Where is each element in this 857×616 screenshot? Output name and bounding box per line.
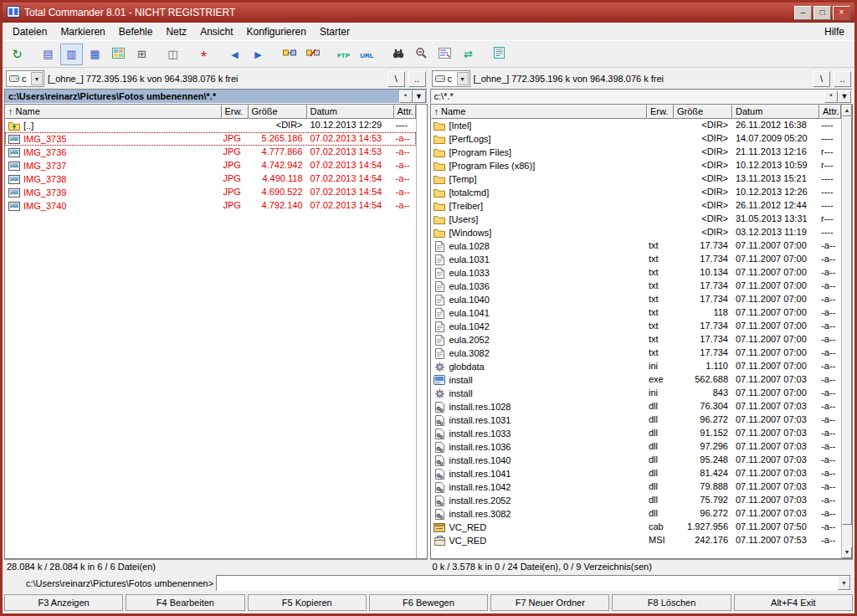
column-header-ext[interactable]: Erw. [222,105,249,119]
ftp-new-button[interactable]: FTP [332,44,355,65]
right-history-button[interactable]: ▼ [838,90,851,103]
ftp-disconnect-button[interactable] [301,44,324,65]
column-header-date[interactable]: Datum [307,105,394,119]
file-row[interactable]: install.res.1042dll79.88807.11.2007 07:0… [431,480,842,494]
column-header-attr[interactable]: Attr. [819,105,841,119]
maximize-button[interactable]: □ [813,6,831,20]
right-favorites-button[interactable]: * [824,90,838,103]
scrollbar-thumb[interactable] [842,116,852,525]
file-row[interactable]: [Intel]<DIR>26.11.2012 16:38---- [431,119,842,132]
column-header-size[interactable]: Größe [674,105,732,119]
left-parent-dir-button[interactable]: .. [408,71,426,87]
file-row[interactable]: install.res.1040dll95.24807.11.2007 07:0… [431,454,842,467]
chevron-down-icon[interactable]: ▼ [31,72,43,85]
file-row[interactable]: eula.1041txt11807.11.2007 07:00-a-- [431,306,842,320]
ftp-connect-button[interactable] [278,44,300,65]
command-history-dropdown[interactable]: ▼ [838,576,850,590]
file-row[interactable]: [PerfLogs]<DIR>14.07.2009 05:20---- [431,132,842,146]
file-row[interactable]: [Treiber]<DIR>26.11.2012 12:44---- [431,199,842,213]
title-bar[interactable]: Total Commander 8.01 - NICHT REGISTRIERT… [3,3,854,23]
menu-item-markieren[interactable]: Markieren [54,24,111,39]
favorites-star-button[interactable]: * [192,44,215,65]
fn-f4-button[interactable]: F4 Bearbeiten [126,594,244,611]
view-tree-button[interactable]: ⊞ [131,44,153,65]
menu-item-netz[interactable]: Netz [159,24,193,39]
file-row[interactable]: eula.1042txt17.73407.11.2007 07:00-a-- [431,320,842,333]
multi-rename-button[interactable] [434,44,456,65]
view-brief-button[interactable]: ▤ [37,44,59,65]
file-row[interactable]: IMG_3735JPG5.265.18607.02.2013 14:53-a-- [5,132,416,146]
column-header-name[interactable]: ↑ Name [431,105,648,119]
view-thumbnails-button[interactable] [107,44,130,65]
file-row[interactable]: install.res.1041dll81.42407.11.2007 07:0… [431,467,842,480]
file-row[interactable]: installini84307.11.2007 07:00-a-- [431,387,842,400]
column-header-name[interactable]: ↑ Name [5,105,222,119]
file-row[interactable]: [totalcmd]<DIR>10.12.2013 12:26---- [431,186,842,199]
fn-f7-button[interactable]: F7 Neuer Ordner [490,594,609,611]
file-row[interactable]: VC_REDMSI242.17607.11.2007 07:53-a-- [431,534,842,547]
file-row[interactable]: globdataini1.11007.11.2007 07:00-a-- [431,360,842,373]
left-root-dir-button[interactable]: \ [387,71,405,87]
menu-item-befehle[interactable]: Befehle [112,24,160,39]
right-path-bar[interactable]: c:\*.* * ▼ [430,89,854,104]
file-row[interactable]: installexe562.68807.11.2007 07:03-a-- [431,373,842,387]
file-row[interactable]: IMG_3739JPG4.690.52207.02.2013 14:54-a-- [5,186,416,199]
file-row[interactable]: eula.3082txt17.73407.11.2007 07:00-a-- [431,346,842,360]
view-full-button[interactable]: ▥ [60,44,83,65]
url-download-button[interactable]: URL [356,44,378,65]
file-row[interactable]: [Temp]<DIR>13.11.2013 15:21---- [431,172,842,186]
file-row[interactable]: IMG_3737JPG4.742.94207.02.2013 14:54-a-- [5,159,416,172]
file-row[interactable]: IMG_3736JPG4.777.86607.02.2013 14:53-a-- [5,146,416,159]
file-row[interactable]: eula.1040txt17.73407.11.2007 07:00-a-- [431,293,842,306]
menu-item-hilfe[interactable]: Hilfe [818,24,851,39]
file-row[interactable]: install.res.2052dll75.79207.11.2007 07:0… [431,494,842,507]
file-row[interactable]: [Users]<DIR>31.05.2013 13:31r--- [431,213,842,226]
column-header-size[interactable]: Größe [249,105,307,119]
scrollbar-down-button[interactable]: ▼ [842,547,852,558]
chevron-down-icon[interactable]: ▼ [457,72,469,85]
file-row[interactable]: eula.1036txt17.73407.11.2007 07:00-a-- [431,280,842,293]
file-row[interactable]: install.res.3082dll96.27207.11.2007 07:0… [431,507,842,521]
menu-item-ansicht[interactable]: Ansicht [193,24,239,39]
left-path-bar[interactable]: c:\Users\reinarz\Pictures\Fotos umbenenn… [4,89,428,104]
file-row[interactable]: [Program Files]<DIR>21.11.2013 12:16r--- [431,146,842,159]
compare-button[interactable] [410,44,433,65]
forward-button[interactable]: ▶ [247,44,269,65]
menu-item-dateien[interactable]: Dateien [6,24,54,39]
file-row[interactable]: [Program Files (x86)]<DIR>10.12.2013 10:… [431,159,842,172]
column-header-date[interactable]: Datum [732,105,819,119]
fn-f5-button[interactable]: F5 Kopieren [248,594,367,611]
close-button[interactable]: × [833,6,850,20]
fn-alt-f4-button[interactable]: Alt+F4 Exit [734,594,853,611]
search-button[interactable] [387,44,409,65]
minimize-button[interactable]: – [794,6,812,20]
command-input[interactable] [217,576,838,590]
file-row[interactable]: install.res.1033dll91.15207.11.2007 07:0… [431,427,842,440]
fn-f3-button[interactable]: F3 Anzeigen [4,594,123,611]
file-row[interactable]: eula.2052txt17.73407.11.2007 07:00-a-- [431,333,842,346]
right-scrollbar[interactable]: ▲ ▼ [841,105,852,558]
file-row[interactable]: eula.1028txt17.73407.11.2007 07:00-a-- [431,239,842,253]
sync-dirs-button[interactable]: ⇄ [457,44,480,65]
column-header-ext[interactable]: Erw. [647,105,674,119]
file-row[interactable]: eula.1031txt17.73407.11.2007 07:00-a-- [431,253,842,266]
file-row[interactable]: install.res.1036dll97.29607.11.2007 07:0… [431,440,842,454]
left-history-button[interactable]: ▼ [413,90,426,103]
file-row[interactable]: [..]<DIR>10.12.2013 12:29---- [5,119,416,132]
fn-f8-button[interactable]: F8 Löschen [612,594,731,611]
menu-item-starter[interactable]: Starter [313,24,357,39]
editor-button[interactable] [488,44,511,65]
left-scrollbar[interactable] [416,105,427,558]
scrollbar-up-button[interactable]: ▲ [842,105,852,116]
file-row[interactable]: VC_REDcab1.927.95607.11.2007 07:50-a-- [431,521,842,534]
left-favorites-button[interactable]: * [399,90,413,103]
column-header-attr[interactable]: Attr. [394,105,416,119]
menu-item-konfigurieren[interactable]: Konfigurieren [239,24,312,39]
quick-view-button[interactable]: ◫ [162,44,184,65]
right-drive-selector[interactable]: c ▼ [432,70,470,87]
file-row[interactable]: install.res.1031dll96.27207.11.2007 07:0… [431,413,842,427]
refresh-button[interactable]: ↻ [6,44,28,65]
file-row[interactable]: [Windows]<DIR>03.12.2013 11:19---- [431,226,842,239]
file-row[interactable]: install.res.1028dll76.30407.11.2007 07:0… [431,400,842,413]
fn-f6-button[interactable]: F6 Bewegen [369,594,488,611]
